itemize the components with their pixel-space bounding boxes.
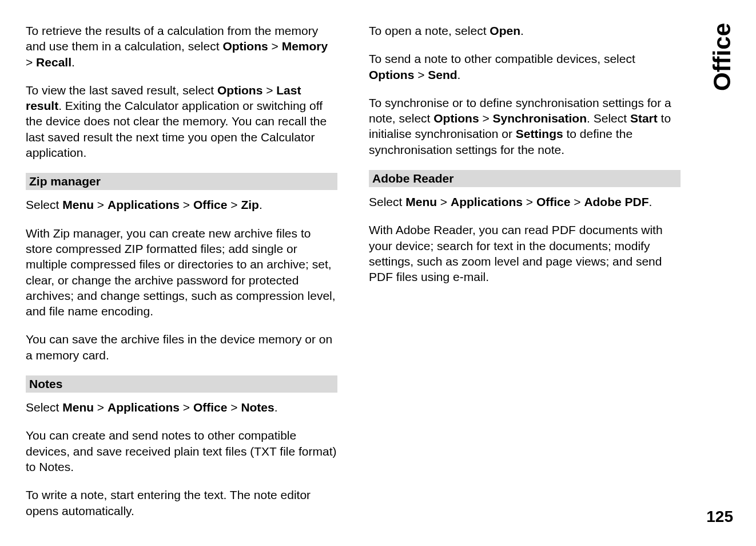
zip-manager-header: Zip manager	[26, 173, 337, 190]
text: >	[268, 39, 282, 53]
text: .	[520, 24, 524, 37]
text: Select	[369, 195, 405, 208]
page-number: 125	[706, 508, 733, 526]
office-label: Office	[193, 198, 228, 211]
text: >	[180, 198, 193, 211]
adobe-description-paragraph: With Adobe Reader, you can read PDF docu…	[369, 222, 681, 284]
open-label: Open	[490, 24, 520, 37]
calculator-lastresult-paragraph: To view the last saved result, select Op…	[26, 82, 337, 160]
open-note-paragraph: To open a note, select Open.	[369, 23, 681, 38]
text: Select	[26, 401, 62, 414]
text: To view the last saved result, select	[26, 84, 217, 97]
text: >	[262, 84, 276, 97]
text: >	[227, 401, 241, 414]
left-column: To retrieve the results of a calculation…	[26, 23, 337, 531]
text: >	[26, 56, 36, 69]
office-label: Office	[193, 401, 228, 414]
text: .	[274, 401, 278, 414]
text: >	[94, 198, 108, 211]
calculator-recall-paragraph: To retrieve the results of a calculation…	[26, 23, 337, 70]
adobe-pdf-label: Adobe PDF	[584, 195, 648, 208]
zip-save-paragraph: You can save the archive files in the de…	[26, 331, 337, 363]
page-content: To retrieve the results of a calculation…	[26, 23, 730, 531]
text: >	[479, 112, 493, 125]
zip-label: Zip	[241, 198, 259, 211]
applications-label: Applications	[108, 198, 180, 211]
settings-label: Settings	[516, 127, 563, 140]
memory-label: Memory	[282, 39, 328, 53]
options-label: Options	[369, 68, 414, 81]
notes-description-paragraph: You can create and send notes to other c…	[26, 428, 337, 474]
right-column: To open a note, select Open. To send a n…	[369, 23, 681, 531]
menu-label: Menu	[62, 401, 94, 414]
options-label: Options	[222, 39, 268, 53]
adobe-reader-header: Adobe Reader	[369, 170, 681, 187]
recall-label: Recall	[36, 56, 71, 69]
notes-header: Notes	[26, 375, 337, 393]
text: >	[227, 198, 241, 211]
text: . Select	[587, 112, 630, 125]
options-label: Options	[217, 84, 262, 97]
zip-description-paragraph: With Zip manager, you can create new arc…	[26, 225, 337, 319]
side-tab-label: Office	[709, 23, 736, 91]
text: .	[259, 198, 262, 211]
text: >	[523, 195, 536, 208]
adobe-select-paragraph: Select Menu > Applications > Office > Ad…	[369, 194, 681, 209]
text: .	[649, 195, 652, 208]
applications-label: Applications	[108, 401, 180, 414]
text: >	[570, 195, 584, 208]
text: . Exiting the Calculator application or …	[26, 99, 327, 159]
notes-select-paragraph: Select Menu > Applications > Office > No…	[26, 399, 337, 415]
menu-label: Menu	[62, 198, 94, 211]
text: >	[180, 401, 193, 414]
synchronisation-label: Synchronisation	[493, 112, 587, 125]
notes-write-paragraph: To write a note, start entering the text…	[26, 487, 337, 519]
send-label: Send	[428, 68, 457, 81]
text: .	[71, 56, 75, 69]
text: To send a note to other compatible devic…	[369, 52, 635, 65]
options-label: Options	[433, 112, 479, 125]
zip-select-paragraph: Select Menu > Applications > Office > Zi…	[26, 197, 337, 212]
text: >	[414, 68, 428, 81]
text: >	[437, 195, 451, 208]
menu-label: Menu	[405, 195, 437, 208]
text: Select	[26, 198, 62, 211]
sync-note-paragraph: To synchronise or to define synchronisat…	[369, 95, 681, 157]
text: To open a note, select	[369, 24, 490, 37]
office-label: Office	[536, 195, 571, 208]
notes-label: Notes	[241, 401, 274, 414]
text: .	[457, 68, 461, 81]
applications-label: Applications	[451, 195, 523, 208]
send-note-paragraph: To send a note to other compatible devic…	[369, 51, 681, 82]
text: >	[94, 401, 108, 414]
start-label: Start	[630, 112, 658, 125]
